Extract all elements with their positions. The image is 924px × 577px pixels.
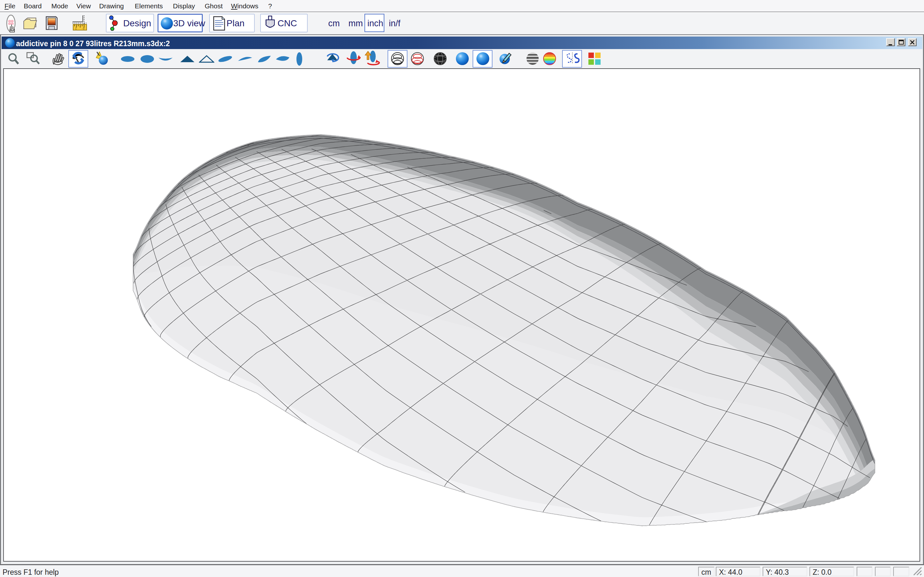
svg-text:0: 0: [83, 27, 84, 30]
svg-text:1: 1: [75, 27, 77, 30]
